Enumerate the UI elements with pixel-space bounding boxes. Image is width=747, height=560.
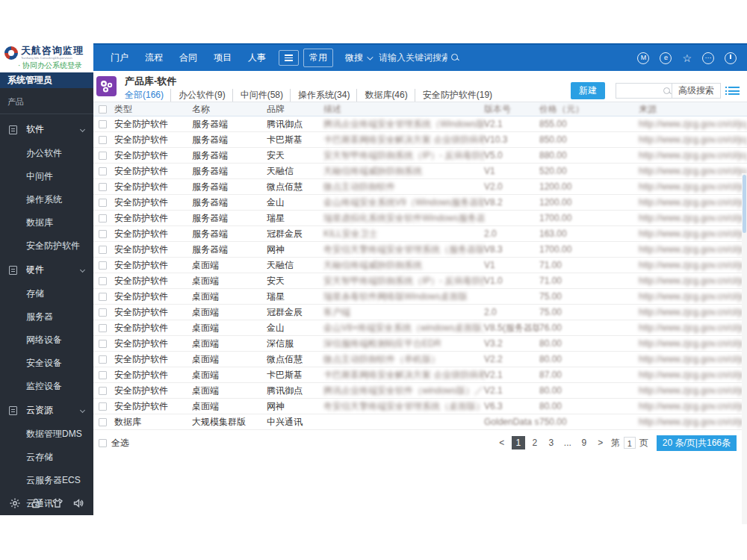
table-row[interactable]: 安全防护软件桌面端网神奇安信天擎终端安全管理系统（桌面版）V6.380.00ht… [93,399,747,414]
header-checkbox[interactable] [99,105,107,113]
table-row[interactable]: 安全防护软件桌面端瑞星瑞星杀毒软件网络版Windows桌面版75.00http:… [93,289,747,305]
search-icon[interactable] [450,53,459,62]
row-checkbox[interactable] [99,293,107,301]
sidebar-item[interactable]: 办公软件 [0,142,93,165]
table-row[interactable]: 安全防护软件桌面端金山金山V8+终端安全系统（windows桌面版）V8.5(服… [93,320,747,336]
sidebar-group[interactable]: 硬件 [0,258,93,282]
row-checkbox[interactable] [99,214,107,223]
lock-icon[interactable] [30,497,42,509]
page-button[interactable]: 3 [545,436,558,449]
nav-item[interactable]: 合同 [171,49,205,67]
nav-item[interactable]: 人事 [240,49,274,67]
sidebar-item[interactable]: 数据管理DMS [0,423,93,446]
row-checkbox[interactable] [99,183,107,191]
table-row[interactable]: 安全防护软件服务器端卡巴斯基卡巴斯基网络安全解决方案 企业级防病毒软件 KES…… [93,132,747,148]
page-button[interactable]: 1 [512,436,525,449]
settings-icon[interactable] [9,497,21,509]
table-search-icon[interactable] [663,87,672,96]
table-row[interactable]: 安全防护软件服务器端天融信天融信终端威胁防御系统V1520.00http://w… [93,164,747,179]
row-checkbox[interactable] [99,167,107,175]
page-size-selector[interactable]: 20 条/页|共166条 [657,435,737,451]
category-tab[interactable]: 全部(166) [125,89,164,102]
category-tab[interactable]: 操作系统(34) [290,89,350,102]
sidebar-item[interactable]: 存储 [0,282,93,305]
advanced-search-button[interactable]: 高级搜索 [672,83,720,99]
sidebar-item[interactable]: 云服务器ECS [0,469,93,492]
table-row[interactable]: 安全防护软件桌面端腾讯御点腾讯企业终端安全软件（windows版）／V2.1V2… [93,383,747,399]
table-row[interactable]: 安全防护软件服务器端冠群金辰KILL安全卫士2.0163.00http://ww… [93,226,747,242]
table-cell: 桌面端 [192,259,267,272]
message-icon[interactable]: e [660,52,672,64]
row-checkbox[interactable] [99,152,107,160]
list-view-icon[interactable] [728,85,740,97]
row-checkbox[interactable] [99,324,107,332]
table-row[interactable]: 安全防护软件桌面端卡巴斯基卡巴斯基网络安全解决方案 企业级防病毒软件 - KD…… [93,367,747,383]
power-icon[interactable] [725,52,737,64]
row-checkbox[interactable] [99,308,107,317]
table-row[interactable]: 数据库大规模集群版中兴通讯GoldenData s…750.00http://w… [93,414,747,430]
nav-item-pinned[interactable]: 常用 [303,49,333,67]
category-tab[interactable]: 安全防护软件(19) [415,89,492,102]
table-row[interactable]: 安全防护软件服务器端金山金山终端安全系统V9（Windows服务器版）V8.21… [93,195,747,211]
table-cell: 桌面端 [192,353,267,366]
category-tab[interactable]: 中间件(58) [232,89,283,102]
sidebar-group[interactable]: 云资源 [0,398,93,423]
sidebar-item[interactable]: 中间件 [0,165,93,188]
page-button[interactable]: 9 [577,436,591,449]
oa-login-link[interactable]: · 协同办公系统登录 [18,60,89,71]
sidebar-group[interactable]: 软件 [0,117,93,142]
goto-page-input[interactable]: 1 [624,437,636,449]
row-checkbox[interactable] [99,355,107,364]
m-badge-icon[interactable]: M [637,52,649,64]
table-search-input[interactable] [616,84,660,98]
sidebar-item[interactable]: 云存储 [0,446,93,469]
category-tab[interactable]: 办公软件(9) [170,89,226,102]
table-row[interactable]: 安全防护软件桌面端深信服深信服终端检测响应平台EDRV3.280.00http:… [93,336,747,352]
next-page-button[interactable]: > [594,436,607,449]
row-checkbox[interactable] [99,371,107,379]
row-checkbox[interactable] [99,340,107,348]
table-row[interactable]: 安全防护软件桌面端安天安天智甲终端防御系统（IP）- 反病毒防护版V1.071.… [93,273,747,289]
sidebar-item[interactable]: 监控设备 [0,375,93,398]
star-icon[interactable]: ☆ [682,52,692,64]
sidebar-item[interactable]: 服务器 [0,305,93,329]
nav-item[interactable]: 项目 [205,49,240,67]
row-checkbox[interactable] [99,261,107,270]
nav-item[interactable]: 门户 [102,49,137,67]
sidebar-item[interactable]: 网络设备 [0,329,93,352]
row-checkbox[interactable] [99,418,107,426]
page-button[interactable]: 2 [528,436,542,449]
table-row[interactable]: 安全防护软件服务器端腾讯御点腾讯企业终端安全管理系统（Windows版）V2.1… [93,116,747,132]
table-row[interactable]: 安全防护软件服务器端安天安天智甲终端防御系统（IP）- 反病毒防护版V5.088… [93,148,747,164]
table-row[interactable]: 安全防护软件桌面端冠群金辰客户端2.075.00http://www.zjcg.… [93,305,747,320]
wsearch-scope-dropdown[interactable]: 微搜 [345,52,365,64]
table-row[interactable]: 安全防护软件服务器端微点佰慧微点主动防御软件V2.01200.00http://… [93,179,747,195]
row-checkbox[interactable] [99,402,107,411]
row-checkbox[interactable] [99,120,107,128]
theme-icon[interactable] [52,497,63,509]
row-checkbox[interactable] [99,387,107,395]
row-checkbox[interactable] [99,230,107,238]
row-checkbox[interactable] [99,277,107,285]
more-icon[interactable]: ··· [702,52,714,64]
select-all-checkbox[interactable] [99,439,107,447]
row-checkbox[interactable] [99,246,107,254]
table-row[interactable]: 安全防护软件服务器端瑞星瑞星虚拟化系统安全软件Windows服务器版1700.0… [93,211,747,226]
sound-icon[interactable] [72,497,84,509]
sidebar-item[interactable]: 安全防护软件 [0,234,93,258]
nav-item[interactable]: 流程 [137,49,171,67]
category-tab[interactable]: 数据库(46) [356,89,407,102]
table-row[interactable]: 安全防护软件桌面端微点佰慧微点主动防御软件（单机版）V2.280.00http:… [93,352,747,367]
global-search-input[interactable]: 请输入关键词搜索 [379,52,459,65]
scrollbar-thumb[interactable] [743,175,746,233]
row-checkbox[interactable] [99,199,107,207]
row-checkbox[interactable] [99,136,107,144]
sidebar-item[interactable]: 安全设备 [0,352,93,375]
prev-page-button[interactable]: < [495,436,509,449]
table-row[interactable]: 安全防护软件桌面端天融信天融信终端威胁防御系统V171.00http://www… [93,258,747,273]
nav-menu-button[interactable] [279,50,299,66]
table-row[interactable]: 安全防护软件服务器端网神奇安信天擎终端安全管理系统（服务器版）V8.31700.… [93,242,747,258]
new-button[interactable]: 新建 [571,82,605,99]
sidebar-item[interactable]: 数据库 [0,211,93,234]
sidebar-item[interactable]: 操作系统 [0,188,93,211]
